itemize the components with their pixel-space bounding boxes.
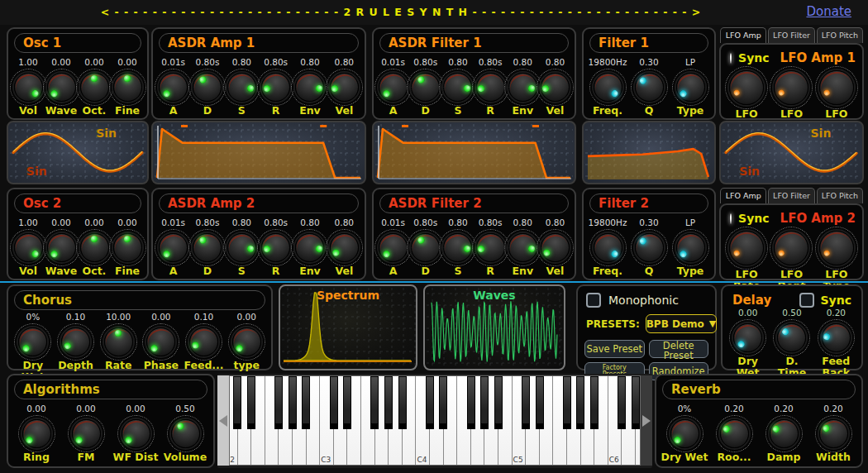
knob-dial[interactable]	[720, 419, 749, 448]
piano-black-key[interactable]	[343, 376, 351, 429]
tab-lfo-pitch[interactable]: LFO Pitch	[817, 27, 863, 43]
piano-black-key[interactable]	[330, 376, 338, 429]
piano-black-key[interactable]	[536, 376, 544, 429]
knob-dial[interactable]	[330, 233, 359, 262]
knob-dial[interactable]	[379, 233, 408, 262]
piano-black-key[interactable]	[563, 376, 571, 429]
knob-dial[interactable]	[777, 323, 806, 352]
knob-dial[interactable]	[635, 73, 664, 102]
knob-dial[interactable]	[594, 233, 622, 262]
knob-dial[interactable]	[379, 73, 408, 102]
tab-lfo-amp[interactable]: LFO Amp	[720, 188, 766, 203]
piano-black-key[interactable]	[576, 376, 584, 429]
save-preset-button[interactable]: Save Preset	[584, 340, 645, 358]
knob-dial[interactable]	[819, 231, 854, 265]
donate-link[interactable]: Donate	[806, 4, 851, 19]
knob-dial[interactable]	[47, 233, 76, 262]
knob-dial[interactable]	[443, 233, 472, 262]
knob-dial[interactable]	[80, 73, 109, 102]
knob-dial[interactable]	[14, 233, 43, 262]
knob-dial[interactable]	[113, 73, 142, 102]
piano-black-key[interactable]	[480, 376, 489, 429]
piano-black-key[interactable]	[233, 376, 241, 429]
piano-black-key[interactable]	[370, 376, 379, 429]
sync-radio[interactable]	[729, 213, 732, 225]
knob-dial[interactable]	[443, 73, 472, 102]
knob-dial[interactable]	[476, 233, 505, 262]
knob-dial[interactable]	[476, 73, 505, 102]
keyboard-scroll-left[interactable]	[217, 375, 229, 466]
sync-radio[interactable]	[729, 52, 732, 64]
knob-dial[interactable]	[635, 233, 664, 262]
knob-dial[interactable]	[261, 73, 290, 102]
piano-black-key[interactable]	[494, 376, 503, 429]
piano-black-key[interactable]	[384, 376, 393, 429]
knob-dial[interactable]	[295, 233, 324, 262]
piano-black-key[interactable]	[426, 376, 434, 429]
piano-black-key[interactable]	[302, 376, 310, 429]
knob-dial[interactable]	[47, 73, 76, 102]
knob-dial[interactable]	[411, 73, 440, 102]
tab-lfo-amp[interactable]: LFO Amp	[720, 27, 766, 43]
knob-dial[interactable]	[729, 70, 764, 105]
piano-black-key[interactable]	[590, 376, 599, 429]
knob-dial[interactable]	[18, 327, 47, 356]
knob-dial[interactable]	[122, 419, 150, 448]
delay-sync-checkbox[interactable]	[799, 293, 814, 308]
delete-preset-button[interactable]: Delete Preset	[649, 340, 709, 358]
knob-dial[interactable]	[159, 73, 188, 102]
knob-dial[interactable]	[541, 73, 570, 102]
knob-dial[interactable]	[14, 73, 43, 102]
knob-dial[interactable]	[171, 419, 200, 448]
tab-lfo-filter[interactable]: LFO Filter	[768, 188, 814, 203]
knob-dial[interactable]	[146, 327, 175, 356]
knob-dial[interactable]	[330, 73, 359, 102]
knob-dial[interactable]	[729, 231, 764, 265]
preset-dropdown[interactable]: BPB Demo ▼	[646, 314, 718, 333]
tab-lfo-pitch[interactable]: LFO Pitch	[817, 188, 863, 203]
piano-black-key[interactable]	[289, 376, 297, 429]
knob-dial[interactable]	[819, 70, 854, 105]
knob-dial[interactable]	[411, 233, 440, 262]
monophonic-checkbox[interactable]	[586, 293, 601, 308]
piano-black-key[interactable]	[467, 376, 475, 429]
knob-dial[interactable]	[594, 73, 622, 102]
knob-dial[interactable]	[189, 327, 218, 356]
piano-black-key[interactable]	[247, 376, 255, 429]
knob-dial[interactable]	[508, 233, 537, 262]
knob-dial[interactable]	[193, 233, 222, 262]
piano-black-key[interactable]	[398, 376, 407, 429]
piano-black-key[interactable]	[618, 376, 626, 429]
knob-dial[interactable]	[670, 419, 699, 448]
knob-dial[interactable]	[774, 231, 808, 265]
knob-dial[interactable]	[676, 73, 705, 102]
piano-black-key[interactable]	[522, 376, 530, 429]
knob-dial[interactable]	[770, 419, 799, 448]
piano-black-key[interactable]	[632, 376, 640, 429]
knob-dial[interactable]	[261, 233, 290, 262]
knob-dial[interactable]	[80, 233, 109, 262]
knob-dial[interactable]	[72, 419, 101, 448]
knob-dial[interactable]	[104, 327, 133, 356]
knob-dial[interactable]	[193, 73, 222, 102]
knob-dial[interactable]	[733, 323, 762, 352]
knob-dial[interactable]	[232, 327, 261, 356]
knob-dial[interactable]	[676, 233, 705, 262]
knob-label: Type	[677, 265, 704, 277]
knob-dial[interactable]	[541, 233, 570, 262]
knob-dial[interactable]	[822, 323, 851, 352]
knob-dial[interactable]	[227, 73, 256, 102]
knob-dial[interactable]	[113, 233, 142, 262]
piano-black-key[interactable]	[274, 376, 283, 429]
knob-dial[interactable]	[159, 233, 188, 262]
knob-dial[interactable]	[508, 73, 537, 102]
knob-dial[interactable]	[22, 419, 51, 448]
knob-dial[interactable]	[295, 73, 324, 102]
knob-dial[interactable]	[61, 327, 90, 356]
knob-dial[interactable]	[819, 419, 848, 448]
knob-dial[interactable]	[774, 70, 808, 105]
knob-dial[interactable]	[227, 233, 256, 262]
tab-lfo-filter[interactable]: LFO Filter	[768, 27, 814, 43]
piano-black-key[interactable]	[439, 376, 447, 429]
keyboard-scroll-right[interactable]	[641, 375, 652, 466]
